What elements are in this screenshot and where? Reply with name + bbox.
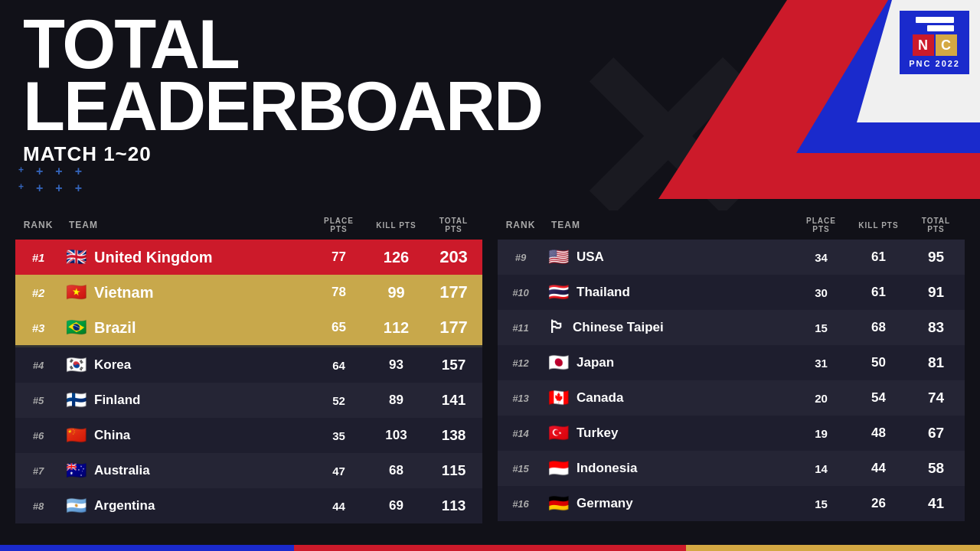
table-row: #9🇺🇸USA346195 [498,240,965,275]
cell-team: 🇦🇷Argentina [61,488,310,523]
logo-box: N C PNC 2022 [900,11,969,74]
header-team-right: TEAM [544,210,792,240]
team-name: Canada [577,390,623,406]
logo-text: PNC 2022 [909,59,960,68]
cell-kill-pts: 68 [850,310,907,345]
cell-kill-pts: 54 [850,380,907,416]
cell-place-pts: 31 [792,345,850,380]
subtitle: MATCH 1~20 [23,142,542,166]
title-line1: TOTAL LEADERBOARD [23,14,542,138]
left-table-section: RANK TEAM PLACE PTS KILL PTS TOTAL PTS #… [15,210,482,523]
team-name: Finland [94,393,140,408]
cell-team: 🏳Chinese Taipei [544,310,792,345]
team-flag: 🇩🇪 [548,495,569,512]
logo-bar-1 [916,17,954,23]
cell-team: 🇩🇪Germany [544,486,792,521]
team-flag: 🇧🇷 [66,319,87,336]
cell-rank: #8 [15,488,61,523]
table-row: #11🏳Chinese Taipei156883 [498,310,965,345]
cell-place-pts: 35 [310,418,368,453]
cell-total-pts: 141 [425,383,482,418]
cell-total-pts: 177 [425,310,482,345]
team-name: Indonesia [577,461,637,476]
cell-total-pts: 83 [907,310,965,345]
cell-place-pts: 34 [792,240,850,275]
cell-rank: #15 [498,451,544,486]
team-flag: 🇦🇺 [66,462,87,479]
cell-total-pts: 138 [425,418,482,453]
cell-team: 🇻🇳Vietnam [61,275,310,310]
team-name: Argentina [94,498,155,514]
cell-place-pts: 64 [310,347,368,383]
cell-rank: #10 [498,275,544,310]
team-flag: 🇦🇷 [66,497,87,514]
cell-place-pts: 52 [310,383,368,418]
table-row: #4🇰🇷Korea6493157 [15,347,482,383]
title-area: TOTAL LEADERBOARD MATCH 1~20 [23,14,542,166]
team-flag: 🇨🇦 [548,390,569,406]
team-name: Turkey [577,425,619,441]
cell-total-pts: 95 [907,240,965,275]
team-flag: 🇺🇸 [548,249,569,266]
cell-rank: #3 [15,310,61,345]
team-flag: 🇯🇵 [548,354,569,371]
team-name: Korea [94,357,131,373]
cell-rank: #2 [15,275,61,310]
cell-place-pts: 65 [310,310,368,345]
table-row: #15🇮🇩Indonesia144458 [498,451,965,486]
cell-total-pts: 74 [907,380,965,416]
table-row: #6🇨🇳China35103138 [15,418,482,453]
table-row: #1🇬🇧United Kingdom77126203 [15,240,482,275]
cell-total-pts: 203 [425,240,482,275]
header-total-right: TOTAL PTS [907,210,965,240]
cell-rank: #9 [498,240,544,275]
cell-total-pts: 41 [907,486,965,521]
cell-team: 🇨🇦Canada [544,380,792,416]
right-table-header: RANK TEAM PLACE PTS KILL PTS TOTAL PTS [498,210,965,240]
cell-place-pts: 15 [792,486,850,521]
cell-place-pts: 47 [310,453,368,488]
logo-symbol [916,17,954,31]
header-kill-left: KILL PTS [368,210,425,240]
right-table-section: RANK TEAM PLACE PTS KILL PTS TOTAL PTS #… [498,210,965,523]
cell-team: 🇨🇳China [61,418,310,453]
right-table: RANK TEAM PLACE PTS KILL PTS TOTAL PTS #… [498,210,965,521]
cell-rank: #1 [15,240,61,275]
left-table-body: #1🇬🇧United Kingdom77126203#2🇻🇳Vietnam789… [15,240,482,523]
cell-team: 🇰🇷Korea [61,347,310,383]
tables-container: RANK TEAM PLACE PTS KILL PTS TOTAL PTS #… [15,210,965,523]
team-flag: 🇨🇳 [66,427,87,444]
cell-kill-pts: 112 [368,310,425,345]
table-row: #12🇯🇵Japan315081 [498,345,965,380]
cell-total-pts: 91 [907,275,965,310]
cell-kill-pts: 44 [850,451,907,486]
cell-rank: #5 [15,383,61,418]
cell-kill-pts: 26 [850,486,907,521]
cell-kill-pts: 126 [368,240,425,275]
table-row: #5🇫🇮Finland5289141 [15,383,482,418]
cell-team: 🇦🇺Australia [61,453,310,488]
cell-total-pts: 115 [425,453,482,488]
cell-kill-pts: 69 [368,488,425,523]
cell-total-pts: 81 [907,345,965,380]
team-name: Brazil [94,319,136,337]
team-name: Germany [577,496,633,511]
header-kill-right: KILL PTS [850,210,907,240]
header-total-left: TOTAL PTS [425,210,482,240]
header-rank-left: RANK [15,210,61,240]
cell-total-pts: 58 [907,451,965,486]
cell-rank: #7 [15,453,61,488]
cell-team: 🇮🇩Indonesia [544,451,792,486]
cell-kill-pts: 61 [850,240,907,275]
cell-team: 🇹🇭Thailand [544,275,792,310]
team-flag: 🇻🇳 [66,284,87,301]
cell-kill-pts: 68 [368,453,425,488]
team-flag: 🏳 [548,319,565,336]
cell-place-pts: 19 [792,416,850,451]
table-row: #2🇻🇳Vietnam7899177 [15,275,482,310]
cell-place-pts: 20 [792,380,850,416]
bottom-stripe [0,545,980,551]
cell-place-pts: 78 [310,275,368,310]
cell-team: 🇬🇧United Kingdom [61,240,310,275]
cell-team: 🇹🇷Turkey [544,416,792,451]
